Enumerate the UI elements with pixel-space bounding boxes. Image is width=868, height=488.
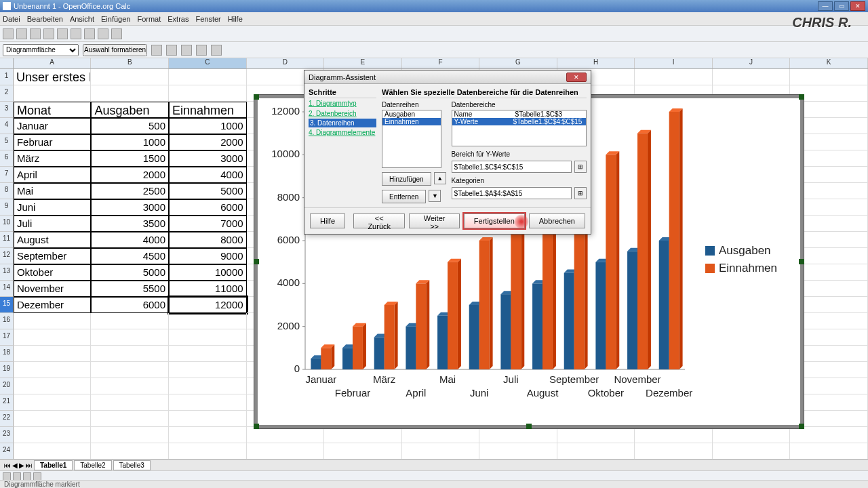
svg-rect-103 [705,264,715,273]
y-range-input[interactable] [452,161,572,173]
column-header-E[interactable]: E [324,58,402,68]
chart-element-select[interactable]: Diagrammfläche [3,44,79,56]
next-button[interactable]: Weiter >> [409,214,459,228]
remove-series-button[interactable]: Entfernen [382,190,426,203]
copy-icon[interactable] [71,28,81,39]
column-header-H[interactable]: H [557,58,635,68]
menu-format[interactable]: Format [137,15,161,23]
svg-rect-25 [342,348,353,369]
line-tool-icon[interactable] [13,472,21,481]
step-datenbereich[interactable]: 2. Datenbereich [309,108,376,119]
menu-bearbeiten[interactable]: Bearbeiten [27,15,63,23]
tab-nav-prev[interactable]: ◀ [12,462,18,469]
add-series-button[interactable]: Hinzufügen [382,172,431,186]
svg-text:Einnahmen: Einnahmen [719,262,777,274]
column-header-K[interactable]: K [790,58,868,68]
paste-icon[interactable] [84,28,95,39]
categories-input[interactable] [452,187,572,199]
legend-icon[interactable] [196,45,207,56]
sheet-tabs: ⏮ ◀ ▶ ⏭ Tabelle1 Tabelle2 Tabelle3 [0,459,868,471]
ranges-listbox[interactable]: Name$Tabelle1.$C$3 Y-Werte$Tabelle1.$C$4… [452,110,587,146]
menu-ansicht[interactable]: Ansicht [70,15,94,23]
help-button[interactable]: Hilfe [310,214,345,228]
rect-tool-icon[interactable] [23,472,31,481]
svg-marker-32 [395,302,398,369]
svg-rect-67 [564,273,574,370]
svg-rect-76 [606,155,616,369]
step-diagrammtyp[interactable]: 1. Diagrammtyp [309,98,376,108]
menubar: Datei Bearbeiten Ansicht Einfügen Format… [0,12,868,26]
undo-icon[interactable] [98,28,108,39]
arrow-tool-icon[interactable] [3,472,11,481]
column-header-F[interactable]: F [402,58,480,68]
menu-fenster[interactable]: Fenster [195,15,220,23]
sheet-tab-2[interactable]: Tabelle2 [74,460,111,470]
svg-rect-28 [353,327,363,369]
series-item-einnahmen[interactable]: Einnahmen [382,118,441,125]
series-list-label: Datenreihen [382,101,446,108]
column-header-B[interactable]: B [91,58,169,68]
sheet-tab-1[interactable]: Tabelle1 [34,460,73,470]
print-icon[interactable] [43,28,54,39]
tab-nav-next[interactable]: ▶ [19,462,24,469]
column-header-G[interactable]: G [479,58,557,68]
tab-nav-first[interactable]: ⏮ [4,462,11,469]
save-icon[interactable] [30,28,41,39]
scale-text-icon[interactable] [211,45,222,56]
chart-wizard-dialog: Diagramm-Assistent ✕ Schritte 1. Diagram… [304,70,591,235]
svg-marker-20 [331,344,334,369]
svg-text:8000: 8000 [277,191,300,203]
dialog-close-button[interactable]: ✕ [566,73,587,82]
redo-icon[interactable] [111,28,122,39]
column-header-A[interactable]: A [14,58,92,68]
series-item-ausgaben[interactable]: Ausgaben [382,110,441,118]
finish-button[interactable]: Fertigstellen [464,214,525,228]
sheet-tab-3[interactable]: Tabelle3 [113,460,151,470]
svg-text:Januar: Januar [305,373,336,385]
svg-rect-52 [479,241,490,369]
move-down-button[interactable]: ▼ [429,190,441,202]
dialog-title: Diagramm-Assistent [309,73,376,81]
cut-icon[interactable] [57,28,68,39]
step-datenreihen[interactable]: 3. Datenreihen [309,119,376,127]
tab-nav-last[interactable]: ⏭ [26,462,33,469]
column-header-C[interactable]: C [169,58,247,68]
svg-marker-80 [648,130,651,369]
menu-datei[interactable]: Datei [3,15,20,23]
minimize-button[interactable]: — [818,1,833,11]
new-doc-icon[interactable] [3,28,14,39]
menu-extras[interactable]: Extras [167,15,189,23]
column-header-J[interactable]: J [713,58,791,68]
back-button[interactable]: << Zurück [353,214,405,228]
series-listbox[interactable]: Ausgaben Einnahmen [382,110,441,168]
svg-marker-50 [490,237,493,369]
open-icon[interactable] [16,28,27,39]
format-selection-button[interactable]: Auswahl formatieren [83,44,147,56]
svg-rect-101 [705,246,715,256]
cancel-button[interactable]: Abbrechen [529,214,585,228]
step-diagrammelemente[interactable]: 4. Diagrammelemente [309,127,376,138]
menu-einfuegen[interactable]: Einfügen [101,15,130,23]
svg-text:Oktober: Oktober [588,387,624,399]
svg-rect-22 [321,348,331,369]
svg-text:April: April [406,387,426,399]
move-up-button[interactable]: ▲ [434,172,446,184]
svg-rect-49 [469,305,479,369]
svg-rect-79 [627,251,637,369]
grid-h-icon[interactable] [166,45,177,56]
svg-rect-82 [637,134,648,369]
svg-rect-34 [384,305,395,369]
column-header-D[interactable]: D [247,58,325,68]
menu-hilfe[interactable]: Hilfe [228,15,243,23]
grid-v-icon[interactable] [181,45,192,56]
maximize-button[interactable]: ▭ [834,1,849,11]
close-button[interactable]: ✕ [850,1,865,11]
svg-rect-46 [448,262,458,369]
dialog-titlebar[interactable]: Diagramm-Assistent ✕ [304,70,591,84]
column-header-I[interactable]: I [635,58,713,68]
y-range-picker-button[interactable]: ⊞ [574,161,587,173]
categories-picker-button[interactable]: ⊞ [574,187,587,199]
chart-type-icon[interactable] [151,45,162,56]
svg-text:4000: 4000 [277,277,300,288]
ellipse-tool-icon[interactable] [33,472,41,481]
